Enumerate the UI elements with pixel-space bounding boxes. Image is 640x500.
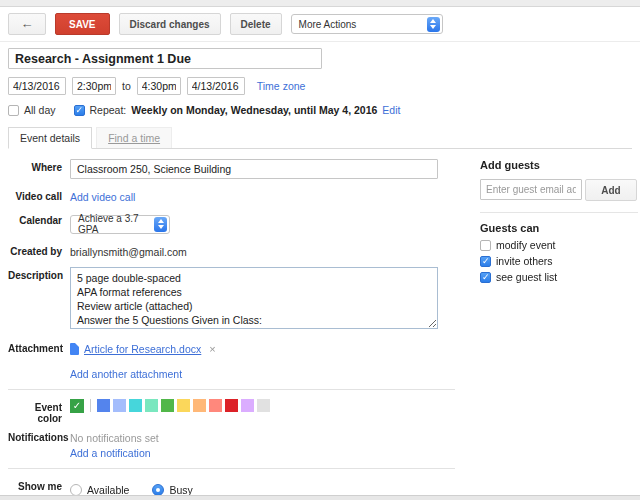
add-video-call-link[interactable]: Add video call bbox=[70, 191, 135, 203]
repeat-label[interactable]: Repeat: bbox=[90, 104, 127, 116]
color-swatch[interactable] bbox=[193, 399, 206, 412]
repeat-checkbox[interactable] bbox=[74, 105, 85, 116]
divider bbox=[8, 389, 455, 390]
repeat-edit-link[interactable]: Edit bbox=[382, 104, 400, 116]
date-time-row: to Time zone bbox=[8, 77, 632, 95]
event-details-form: Where Video call Add video call Calendar… bbox=[8, 159, 470, 500]
discard-changes-button[interactable]: Discard changes bbox=[119, 13, 221, 35]
description-textarea[interactable]: 5 page double-spaced APA format referenc… bbox=[70, 267, 438, 329]
color-swatch[interactable] bbox=[113, 399, 126, 412]
notifications-label: Notifications bbox=[8, 429, 70, 459]
calendar-label: Calendar bbox=[8, 212, 70, 234]
created-by-value: briallynsmith@gmail.com bbox=[70, 243, 470, 258]
color-swatch[interactable] bbox=[145, 399, 158, 412]
save-button[interactable]: SAVE bbox=[55, 13, 110, 35]
page-bottom-strip bbox=[0, 495, 640, 500]
modify-event-checkbox[interactable] bbox=[480, 240, 491, 251]
page-top-strip bbox=[0, 0, 640, 7]
divider bbox=[8, 468, 455, 469]
invite-others-checkbox[interactable] bbox=[480, 256, 491, 267]
calendar-selected-value: Achieve a 3.7 GPA bbox=[78, 213, 154, 235]
divider bbox=[480, 212, 638, 213]
divider bbox=[90, 399, 91, 412]
end-date-input[interactable] bbox=[187, 77, 245, 95]
start-time-input[interactable] bbox=[72, 77, 116, 95]
video-call-label: Video call bbox=[8, 188, 70, 203]
more-actions-selected-value: More Actions bbox=[299, 19, 357, 30]
event-color-label: Event color bbox=[8, 399, 70, 424]
event-title-input[interactable] bbox=[8, 48, 322, 69]
event-color-palette bbox=[97, 399, 273, 412]
back-arrow-icon: ← bbox=[21, 16, 34, 31]
tab-find-a-time[interactable]: Find a time bbox=[96, 127, 172, 148]
back-button[interactable]: ← bbox=[8, 13, 46, 35]
calendar-select[interactable]: Achieve a 3.7 GPA bbox=[70, 215, 170, 234]
guests-panel: Add guests Add Guests can modify event i… bbox=[470, 159, 638, 500]
see-guest-list-label[interactable]: see guest list bbox=[496, 271, 557, 283]
where-input[interactable] bbox=[70, 159, 438, 179]
color-swatch[interactable] bbox=[257, 399, 270, 412]
description-label: Description bbox=[8, 267, 70, 331]
where-label: Where bbox=[8, 159, 70, 179]
notifications-empty-text: No notifications set bbox=[70, 432, 470, 444]
color-swatch[interactable] bbox=[129, 399, 142, 412]
attachment-label: Attachment bbox=[8, 340, 70, 380]
toolbar: ← SAVE Discard changes Delete More Actio… bbox=[0, 7, 640, 42]
add-another-attachment-link[interactable]: Add another attachment bbox=[70, 368, 182, 380]
event-color-selected-swatch[interactable]: ✓ bbox=[70, 399, 84, 413]
attachment-file-link[interactable]: Article for Research.docx bbox=[84, 343, 201, 355]
recurrence-row: All day Repeat: Weekly on Monday, Wednes… bbox=[8, 104, 632, 116]
document-file-icon bbox=[70, 343, 79, 355]
guest-email-input[interactable] bbox=[480, 179, 582, 200]
remove-attachment-icon[interactable]: × bbox=[209, 343, 215, 355]
select-stepper-icon bbox=[427, 17, 440, 32]
color-swatch[interactable] bbox=[225, 399, 238, 412]
select-stepper-icon bbox=[154, 217, 167, 232]
add-guests-heading: Add guests bbox=[480, 159, 638, 171]
color-swatch[interactable] bbox=[97, 399, 110, 412]
end-time-input[interactable] bbox=[137, 77, 181, 95]
modify-event-label[interactable]: modify event bbox=[496, 239, 556, 251]
to-label: to bbox=[122, 80, 131, 92]
add-guest-button[interactable]: Add bbox=[585, 179, 637, 201]
see-guest-list-checkbox[interactable] bbox=[480, 272, 491, 283]
guests-can-heading: Guests can bbox=[480, 222, 638, 234]
created-by-label: Created by bbox=[8, 243, 70, 258]
check-icon: ✓ bbox=[73, 400, 81, 411]
start-date-input[interactable] bbox=[8, 77, 66, 95]
add-notification-link[interactable]: Add a notification bbox=[70, 447, 151, 459]
more-actions-select[interactable]: More Actions bbox=[291, 14, 443, 34]
repeat-summary: Weekly on Monday, Wednesday, until May 4… bbox=[131, 104, 377, 116]
time-zone-link[interactable]: Time zone bbox=[257, 80, 306, 92]
color-swatch[interactable] bbox=[241, 399, 254, 412]
invite-others-label[interactable]: invite others bbox=[496, 255, 553, 267]
all-day-checkbox[interactable] bbox=[8, 105, 19, 116]
color-swatch[interactable] bbox=[161, 399, 174, 412]
color-swatch[interactable] bbox=[209, 399, 222, 412]
tab-bar: Event details Find a time bbox=[8, 127, 632, 149]
delete-button[interactable]: Delete bbox=[230, 13, 282, 35]
color-swatch[interactable] bbox=[177, 399, 190, 412]
all-day-label[interactable]: All day bbox=[24, 104, 56, 116]
tab-event-details[interactable]: Event details bbox=[8, 127, 92, 149]
